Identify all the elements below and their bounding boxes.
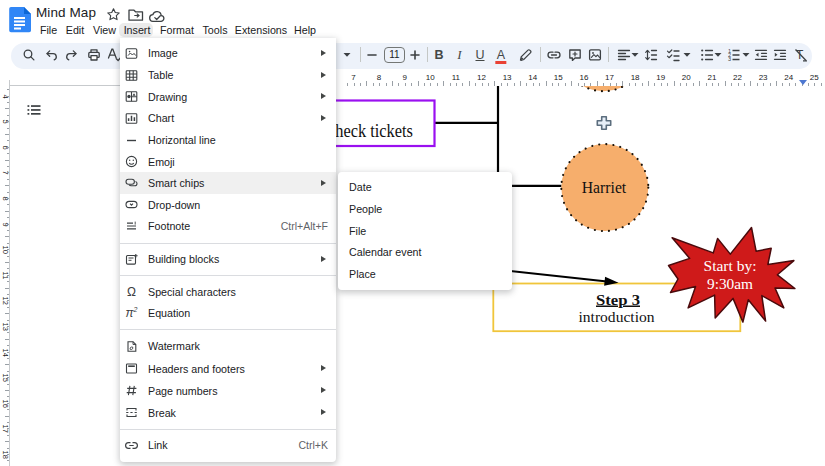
- svg-text:9:30am: 9:30am: [707, 276, 754, 292]
- svg-text:introduction: introduction: [579, 309, 656, 325]
- svg-text:Start by:: Start by:: [704, 258, 757, 274]
- svg-text:check tickets: check tickets: [328, 121, 413, 141]
- svg-text:Step 3: Step 3: [596, 292, 640, 308]
- svg-text:Harriet: Harriet: [582, 178, 627, 197]
- svg-text:3: 3: [728, 56, 731, 62]
